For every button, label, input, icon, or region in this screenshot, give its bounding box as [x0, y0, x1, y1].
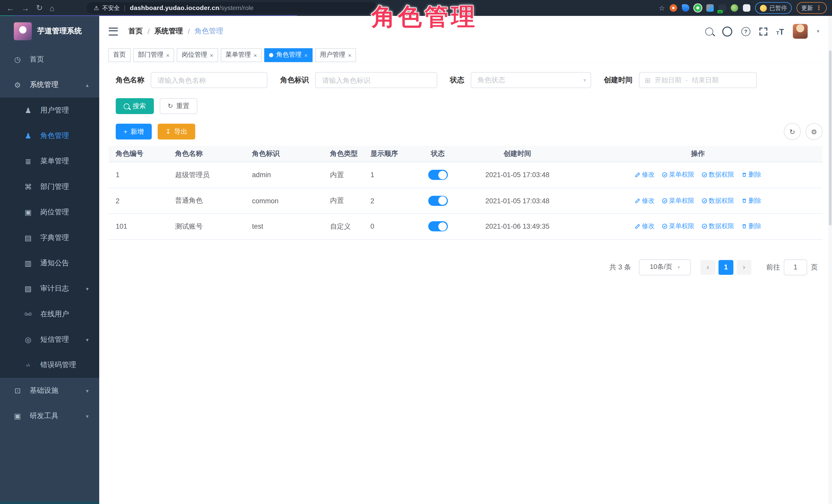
refresh-button[interactable]: ↻ [784, 123, 801, 140]
status-select[interactable]: 角色状态 ▾ [471, 72, 591, 88]
trash-icon [741, 172, 747, 178]
fullscreen-icon[interactable] [759, 27, 767, 35]
url-bar[interactable]: ⚠ 不安全 | dashboard.yudao.iocoder.cn/syste… [86, 2, 377, 14]
sidebar-subitem[interactable]: ▣ 岗位管理 [0, 200, 99, 225]
sidebar-subitem[interactable]: ‹/› 错误码管理 [0, 352, 99, 378]
edit-link[interactable]: 修改 [634, 196, 655, 205]
hamburger-icon[interactable] [109, 27, 118, 35]
tab-close-icon[interactable]: × [304, 52, 308, 58]
extension-icon[interactable] [706, 4, 714, 12]
role-name-input[interactable] [151, 72, 267, 88]
user-avatar[interactable] [793, 24, 808, 39]
tab-close-icon[interactable]: × [210, 52, 213, 58]
status-toggle[interactable] [428, 195, 448, 206]
status-toggle[interactable] [428, 221, 448, 232]
delete-link[interactable]: 删除 [741, 222, 761, 231]
tab-close-icon[interactable]: × [348, 52, 351, 58]
sidebar-subitem[interactable]: 0x0 在线用户 [0, 301, 99, 327]
extension-icon[interactable] [731, 4, 738, 12]
data-permission-link[interactable]: 数据权限 [701, 170, 734, 180]
sidebar-item[interactable]: ◷ 首页 [0, 47, 99, 72]
goto-page-input[interactable] [784, 259, 807, 275]
extension-icon[interactable]: on [719, 4, 726, 12]
search-button[interactable]: 搜索 [115, 98, 154, 114]
scrollbar-thumb[interactable] [829, 51, 831, 226]
next-page-button[interactable]: › [737, 260, 752, 274]
extension-icon[interactable] [694, 4, 702, 12]
forward-icon[interactable]: → [21, 3, 29, 12]
help-icon[interactable]: ? [741, 27, 750, 36]
trash-icon [741, 223, 747, 230]
screen: ← → ↻ ⌂ ⚠ 不安全 | dashboard.yudao.iocoder.… [0, 0, 832, 504]
sidebar-subitem-label: 角色管理 [40, 131, 69, 140]
menu-permission-link[interactable]: 菜单权限 [661, 222, 694, 231]
sidebar-subitem[interactable]: ⌘ 部门管理 [0, 174, 99, 200]
tab-close-icon[interactable]: × [254, 52, 257, 58]
avatar-caret-icon[interactable]: ▾ [817, 29, 819, 34]
sidebar-subitem[interactable]: ♟ 角色管理 [0, 123, 99, 149]
sidebar-item[interactable]: ⊡ 基础设施 ▾ [0, 378, 99, 403]
extension-icon[interactable] [682, 4, 690, 12]
sidebar-item[interactable]: ▣ 研发工具 ▾ [0, 403, 99, 429]
column-settings-button[interactable]: ⚙ [806, 123, 823, 140]
calendar-icon: ⊞ [645, 76, 651, 84]
col-header-id: 角色编号 [109, 149, 168, 159]
sidebar-subitem[interactable]: ♟ 用户管理 [0, 98, 99, 123]
sidebar-subitem[interactable]: ◎ 短信管理 ▾ [0, 327, 99, 352]
bookmark-icon[interactable]: ☆ [659, 4, 665, 12]
page-tab[interactable]: 角色管理 × [264, 48, 312, 62]
font-size-icon[interactable]: TT [776, 27, 784, 36]
extension-icon[interactable] [670, 4, 677, 12]
home-icon[interactable]: ⌂ [50, 3, 55, 12]
sidebar-subitem[interactable]: ≣ 菜单管理 [0, 149, 99, 174]
add-button[interactable]: + 新增 [115, 124, 152, 139]
cell-role-name: 超级管理员 [168, 170, 245, 180]
sidebar-subitem[interactable]: ▤ 字典管理 [0, 225, 99, 250]
page-size-select[interactable]: 10条/页 ▾ [639, 259, 691, 275]
sidebar-subitem-label: 字典管理 [40, 233, 69, 242]
roles-table: 角色编号 角色名称 角色标识 角色类型 显示顺序 状态 创建时间 操作 1 超级… [109, 146, 823, 239]
prev-page-button[interactable]: ‹ [700, 260, 716, 274]
menu-permission-link[interactable]: 菜单权限 [661, 170, 694, 180]
export-button[interactable]: ↧ 导出 [158, 124, 196, 139]
extensions-puzzle-icon[interactable] [743, 4, 751, 12]
tab-close-icon[interactable]: × [166, 52, 170, 58]
back-icon[interactable]: ← [6, 3, 15, 12]
breadcrumb-item[interactable]: 系统管理 / [154, 26, 190, 36]
reload-icon[interactable]: ↻ [36, 3, 43, 12]
page-tab[interactable]: 岗位管理 × [177, 48, 218, 62]
current-page-button[interactable]: 1 [719, 260, 733, 274]
sidebar-subitem[interactable]: ▥ 通知公告 [0, 250, 99, 276]
browser-menu-icon[interactable]: ⋮ [815, 4, 822, 12]
edit-link[interactable]: 修改 [634, 170, 655, 180]
sidebar-subitem-icon: ♟ [23, 132, 33, 140]
data-permission-label: 数据权限 [709, 170, 734, 180]
sidebar-item[interactable]: ⚙ 系统管理 ▴ [0, 72, 99, 98]
data-permission-link[interactable]: 数据权限 [701, 196, 734, 205]
sidebar-item-label: 首页 [30, 55, 44, 64]
breadcrumb-label: 角色管理 [194, 26, 223, 36]
data-permission-link[interactable]: 数据权限 [701, 222, 734, 231]
status-toggle[interactable] [428, 170, 448, 180]
page-tab[interactable]: 菜单管理 × [221, 48, 262, 62]
page-tab[interactable]: 部门管理 × [133, 48, 174, 62]
page-tab[interactable]: 用户管理 × [315, 48, 356, 62]
reset-button[interactable]: ↻ 重置 [160, 98, 198, 114]
breadcrumb-item[interactable]: 角色管理 [194, 26, 223, 36]
menu-permission-link[interactable]: 菜单权限 [661, 196, 694, 205]
github-icon[interactable] [722, 26, 732, 36]
delete-link[interactable]: 删除 [741, 196, 761, 205]
update-button[interactable]: 更新 ⋮ [797, 2, 827, 14]
sidebar-bottom-strip [0, 501, 99, 504]
filter-form: 角色名称 角色标识 状态 角色状态 ▾ 创建时间 ⊞ 开始日期 - 结束日期 [115, 72, 832, 88]
breadcrumb-item[interactable]: 首页 / [128, 26, 150, 36]
sidebar-subitem[interactable]: ▧ 审计日志 ▾ [0, 276, 99, 301]
delete-link[interactable]: 删除 [741, 170, 761, 180]
page-tab[interactable]: 首页 [108, 48, 130, 62]
search-icon[interactable] [705, 27, 713, 35]
edit-link[interactable]: 修改 [634, 222, 655, 231]
col-header-key: 角色标识 [245, 149, 323, 159]
date-range-picker[interactable]: ⊞ 开始日期 - 结束日期 [639, 72, 757, 88]
role-key-input[interactable] [315, 72, 437, 88]
paused-extension-pill[interactable]: 已暂停 [755, 2, 792, 14]
